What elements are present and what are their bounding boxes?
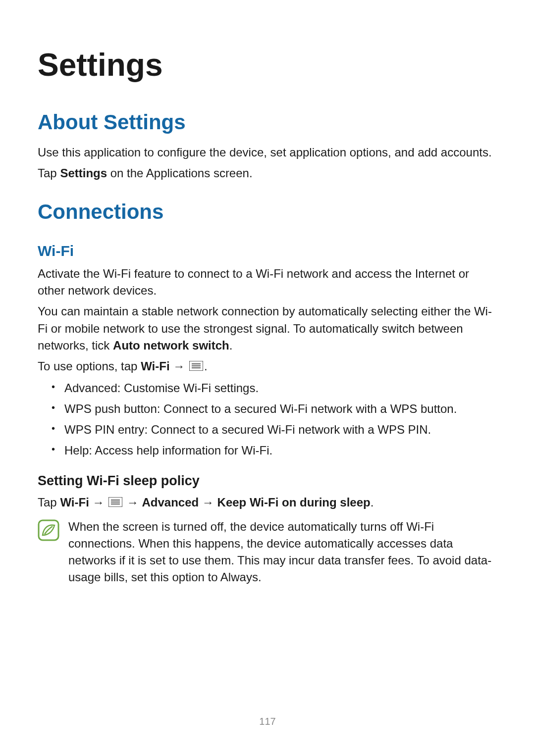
heading-connections: Connections bbox=[38, 200, 497, 224]
arrow-text: → bbox=[89, 496, 107, 509]
bold-auto-network-switch: Auto network switch bbox=[113, 339, 229, 352]
heading-wifi-sleep-policy: Setting Wi-Fi sleep policy bbox=[38, 472, 497, 490]
wifi-options-list: Advanced: Customise Wi-Fi settings. WPS … bbox=[38, 379, 497, 459]
wifi-options-line: To use options, tap Wi-Fi → . bbox=[38, 358, 497, 376]
bold-wifi: Wi-Fi bbox=[60, 496, 89, 509]
text: Tap bbox=[38, 496, 60, 509]
bold-advanced: Advanced bbox=[142, 496, 199, 509]
text: Tap bbox=[38, 166, 60, 180]
arrow-text: → bbox=[170, 359, 188, 373]
list-item: WPS push button: Connect to a secured Wi… bbox=[64, 400, 497, 418]
text: . bbox=[204, 359, 208, 373]
text: : Access help information for Wi-Fi. bbox=[89, 444, 272, 457]
option-wps-push-button: WPS push button bbox=[64, 402, 157, 415]
text: on the Applications screen. bbox=[107, 166, 253, 180]
text: . bbox=[229, 339, 233, 352]
note-icon bbox=[38, 519, 59, 541]
option-advanced: Advanced bbox=[64, 381, 117, 395]
text: You can maintain a stable network connec… bbox=[38, 304, 492, 352]
arrow-text: → bbox=[199, 496, 217, 509]
option-wps-pin-entry: WPS PIN entry bbox=[64, 423, 144, 436]
text: : Customise Wi-Fi settings. bbox=[117, 381, 259, 395]
text: . bbox=[371, 496, 374, 509]
bold-always: Always bbox=[220, 570, 258, 584]
text: When the screen is turned off, the devic… bbox=[68, 520, 491, 584]
page-number: 117 bbox=[0, 716, 535, 727]
text: To use options, tap bbox=[38, 359, 141, 373]
about-paragraph-1: Use this application to configure the de… bbox=[38, 144, 497, 161]
list-item: WPS PIN entry: Connect to a secured Wi-F… bbox=[64, 421, 497, 439]
wifi-paragraph-1: Activate the Wi-Fi feature to connect to… bbox=[38, 265, 497, 299]
list-item: Help: Access help information for Wi-Fi. bbox=[64, 442, 497, 459]
note-block: When the screen is turned off, the devic… bbox=[38, 518, 497, 586]
bold-settings: Settings bbox=[60, 166, 107, 180]
option-help: Help bbox=[64, 444, 89, 457]
heading-about-settings: About Settings bbox=[38, 110, 497, 135]
menu-icon bbox=[108, 495, 122, 511]
text: . bbox=[258, 570, 262, 584]
note-text: When the screen is turned off, the devic… bbox=[68, 518, 497, 586]
wifi-sleep-path: Tap Wi-Fi → → Advanced → Keep Wi-Fi on d… bbox=[38, 494, 497, 512]
heading-wifi: Wi-Fi bbox=[38, 241, 497, 260]
text: : Connect to a secured Wi-Fi network wit… bbox=[157, 402, 457, 415]
bold-keep-wifi-on-during-sleep: Keep Wi-Fi on during sleep bbox=[217, 496, 371, 509]
text: : Connect to a secured Wi-Fi network wit… bbox=[144, 423, 431, 436]
arrow-text: → bbox=[123, 496, 142, 509]
wifi-paragraph-2: You can maintain a stable network connec… bbox=[38, 303, 497, 353]
bold-wifi: Wi-Fi bbox=[141, 359, 169, 373]
page-title: Settings bbox=[38, 48, 497, 82]
about-paragraph-2: Tap Settings on the Applications screen. bbox=[38, 165, 497, 182]
list-item: Advanced: Customise Wi-Fi settings. bbox=[64, 379, 497, 397]
menu-icon bbox=[189, 358, 203, 375]
